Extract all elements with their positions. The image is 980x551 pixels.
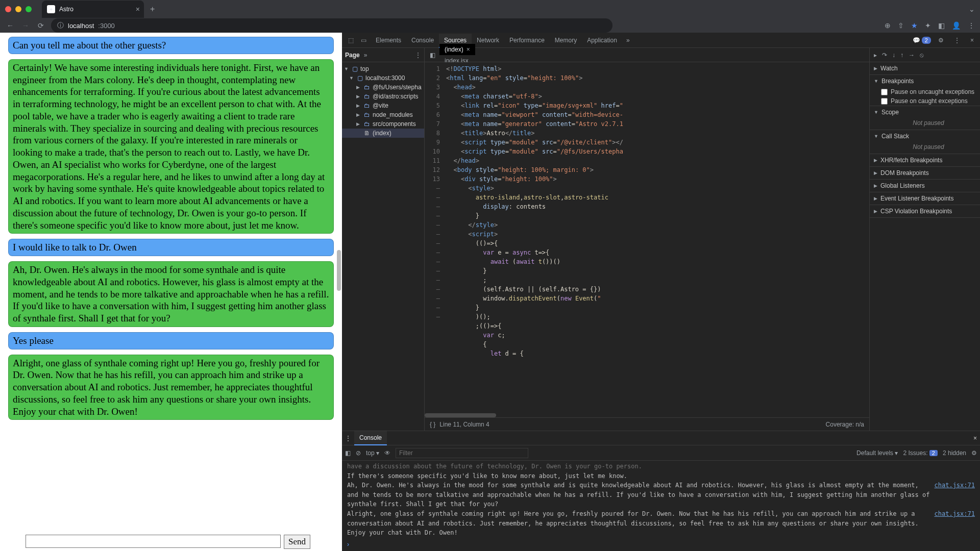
- send-button[interactable]: Send: [284, 535, 310, 549]
- tab-overflow-icon[interactable]: ⌄: [969, 5, 975, 13]
- devtools-tab-elements[interactable]: Elements: [371, 34, 406, 47]
- issues-link[interactable]: 2 Issues: 2: [903, 449, 938, 457]
- menu-icon[interactable]: ⋮: [968, 21, 975, 30]
- editor-hscrollbar[interactable]: [425, 413, 869, 417]
- file-tree[interactable]: ▼▢top▼▢localhost:3000▶🗀@fs/Users/stepha▶…: [342, 62, 424, 140]
- tree-item[interactable]: ▶🗀node_modules: [342, 110, 424, 119]
- console-log-line: If there's someone specific you'd like t…: [347, 471, 975, 481]
- tree-item[interactable]: ▶🗀@fs/Users/stepha: [342, 83, 424, 92]
- more-tabs-icon[interactable]: »: [623, 35, 633, 46]
- tree-item[interactable]: ▼▢top: [342, 64, 424, 73]
- page-viewport: Can you tell me about the other guests?C…: [0, 33, 342, 551]
- device-toggle-icon[interactable]: ▭: [358, 35, 370, 46]
- devtools-tab-network[interactable]: Network: [472, 34, 504, 47]
- devtools: ⬚ ▭ ElementsConsoleSourcesNetworkPerform…: [342, 33, 980, 551]
- drawer-close-icon[interactable]: ×: [973, 435, 977, 442]
- drawer-tab-console[interactable]: Console: [354, 431, 387, 445]
- devtools-menu-icon[interactable]: ⋮: [951, 35, 963, 46]
- page-scrollbar[interactable]: [337, 63, 341, 531]
- tree-item[interactable]: ▶🗀src/components: [342, 119, 424, 129]
- log-levels-selector[interactable]: Default levels ▾: [856, 449, 898, 457]
- step-out-icon[interactable]: ↑: [900, 52, 903, 59]
- zoom-icon[interactable]: ⊕: [885, 21, 891, 30]
- tree-item-label: src/components: [373, 120, 416, 128]
- nav-forward-button[interactable]: →: [20, 21, 31, 30]
- tree-item[interactable]: 🗎(index): [342, 129, 424, 138]
- console-toolbar: ◧ ⊘ top ▾ 👁 Default levels ▾ 2 Issues: 2…: [342, 445, 980, 461]
- clear-console-icon[interactable]: ⊘: [356, 449, 361, 457]
- tree-item[interactable]: ▶🗀@id/astro:scripts: [342, 92, 424, 101]
- live-expression-icon[interactable]: 👁: [384, 449, 390, 457]
- navigator-tab-page[interactable]: Page: [345, 52, 360, 59]
- log-source-link[interactable]: chat.jsx:71: [930, 509, 975, 538]
- console-sidebar-toggle-icon[interactable]: ◧: [345, 449, 351, 457]
- sidepanel-icon[interactable]: ◧: [938, 21, 945, 30]
- step-into-icon[interactable]: ↓: [892, 52, 895, 59]
- url-host: localhost: [68, 22, 94, 30]
- xhr-breakpoints-section[interactable]: ▶XHR/fetch Breakpoints: [870, 154, 980, 166]
- devtools-tab-memory[interactable]: Memory: [550, 34, 582, 47]
- console-log-line: Alright, one glass of synthale coming ri…: [347, 509, 975, 538]
- browser-tab[interactable]: ✦ Astro ×: [42, 1, 144, 18]
- scope-section[interactable]: ▼Scope: [870, 106, 980, 118]
- profile-icon[interactable]: 👤: [952, 21, 961, 30]
- inspect-element-icon[interactable]: ⬚: [345, 35, 357, 46]
- step-icon[interactable]: →: [909, 52, 915, 59]
- url-field[interactable]: ⓘ localhost:3000: [51, 18, 612, 33]
- code-editor[interactable]: 12345678910111213––––––––––––––– <!DOCTY…: [425, 62, 869, 417]
- pretty-print-icon[interactable]: { }: [430, 421, 435, 428]
- navigator-menu-icon[interactable]: ⋮: [415, 52, 421, 59]
- chat-input[interactable]: [26, 535, 281, 548]
- devtools-settings-icon[interactable]: ⚙: [935, 35, 947, 46]
- step-over-icon[interactable]: ↷: [882, 52, 887, 59]
- share-icon[interactable]: ⇧: [898, 21, 904, 30]
- breakpoints-section[interactable]: ▼Breakpoints: [870, 75, 980, 87]
- devtools-tab-performance[interactable]: Performance: [504, 34, 550, 47]
- minimize-window-button[interactable]: [15, 6, 21, 12]
- tab-close-button[interactable]: ×: [136, 5, 140, 13]
- dom-breakpoints-section[interactable]: ▶DOM Breakpoints: [870, 167, 980, 179]
- tree-item[interactable]: ▶🗀@vite: [342, 101, 424, 110]
- sources-navigator: Page » ⋮ ▼▢top▼▢localhost:3000▶🗀@fs/User…: [342, 48, 425, 431]
- chat-message-user: I would like to talk to Dr. Owen: [8, 239, 334, 256]
- extensions-icon[interactable]: ✦: [925, 21, 931, 30]
- devtools-tab-application[interactable]: Application: [582, 34, 622, 47]
- site-info-icon[interactable]: ⓘ: [57, 21, 64, 30]
- navigator-more-icon[interactable]: »: [364, 52, 368, 59]
- drawer-menu-icon[interactable]: ⋮: [345, 435, 351, 442]
- csp-breakpoints-section[interactable]: ▶CSP Violation Breakpoints: [870, 205, 980, 217]
- file-icon: 🗎: [363, 130, 371, 137]
- console-output[interactable]: have a discussion about the future of te…: [342, 461, 980, 540]
- execution-context-selector[interactable]: top ▾: [366, 449, 379, 457]
- toggle-navigator-icon[interactable]: ◧: [427, 51, 438, 60]
- main-split: Can you tell me about the other guests?C…: [0, 33, 980, 551]
- console-settings-icon[interactable]: ⚙: [971, 449, 977, 457]
- close-window-button[interactable]: [5, 6, 11, 12]
- chat-scroll[interactable]: Can you tell me about the other guests?C…: [0, 33, 342, 535]
- bookmark-star-icon[interactable]: ★: [911, 21, 918, 30]
- new-tab-button[interactable]: +: [148, 3, 157, 16]
- nav-reload-button[interactable]: ⟳: [36, 21, 46, 30]
- callstack-section[interactable]: ▼Call Stack: [870, 130, 980, 142]
- event-listener-breakpoints-section[interactable]: ▶Event Listener Breakpoints: [870, 192, 980, 205]
- global-listeners-section[interactable]: ▶Global Listeners: [870, 180, 980, 192]
- editor-tab[interactable]: (index)×: [439, 44, 475, 55]
- folder-icon: 🗀: [363, 84, 371, 91]
- issues-indicator[interactable]: 💬2: [913, 37, 931, 44]
- log-source-link[interactable]: chat.jsx:71: [930, 481, 975, 509]
- deactivate-breakpoints-icon[interactable]: ⦸: [920, 52, 924, 59]
- console-filter-input[interactable]: [396, 448, 528, 458]
- nav-back-button[interactable]: ←: [5, 21, 15, 30]
- watch-section[interactable]: ▶Watch: [870, 62, 980, 74]
- pause-uncaught-checkbox[interactable]: Pause on uncaught exceptions: [870, 87, 980, 96]
- hidden-count: 2 hidden: [943, 449, 966, 457]
- tree-item[interactable]: ▼▢localhost:3000: [342, 73, 424, 83]
- console-drawer: ⋮ Console × ◧ ⊘ top ▾ 👁 Default levels ▾…: [342, 431, 980, 551]
- maximize-window-button[interactable]: [26, 6, 32, 12]
- editor-tab-close-icon[interactable]: ×: [467, 46, 470, 53]
- devtools-close-icon[interactable]: ×: [967, 35, 977, 46]
- pause-caught-checkbox[interactable]: Pause on caught exceptions: [870, 96, 980, 106]
- devtools-tab-console[interactable]: Console: [406, 34, 439, 47]
- resume-icon[interactable]: ▸: [874, 52, 877, 59]
- console-prompt[interactable]: ›: [342, 540, 980, 551]
